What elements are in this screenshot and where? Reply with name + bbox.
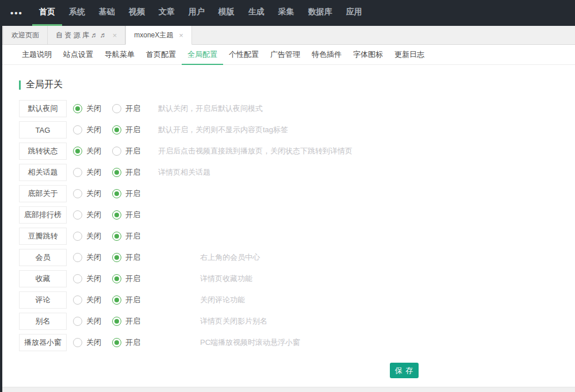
radio-option-off[interactable]: 关闭 [73,252,106,263]
radio-on-icon[interactable] [112,232,121,241]
radio-option-off[interactable]: 关闭 [73,274,106,284]
theme-tab[interactable]: 个性配置 [223,45,264,64]
radio-option-on[interactable]: 开启 [112,146,145,156]
radio-on-icon[interactable] [112,189,121,198]
top-nav-item[interactable]: 应用 [339,0,369,26]
radio-option-on[interactable]: 开启 [112,274,145,284]
switch-row: 相关话题关闭开启详情页相关话题 [19,164,575,181]
radio-option-on[interactable]: 开启 [112,167,145,178]
switch-row: 会员关闭开启右上角的会员中心 [19,249,575,266]
theme-tab[interactable]: 字体图标 [347,45,389,64]
radio-on-icon[interactable] [112,317,121,326]
radio-off-icon[interactable] [73,104,82,113]
window-tab[interactable]: mxoneX主题× [125,26,192,45]
close-icon[interactable]: × [179,32,183,39]
radio-off-icon[interactable] [73,232,82,241]
radio-on-icon[interactable] [112,104,121,113]
radio-option-off[interactable]: 关闭 [73,231,106,241]
window-tab[interactable]: 自 资 源 库 ♬ ♬× [48,26,125,44]
theme-tab[interactable]: 更新日志 [389,45,430,64]
theme-tab[interactable]: 广告管理 [264,45,306,64]
radio-option-on[interactable]: 开启 [112,189,145,199]
radio-on-icon[interactable] [112,168,121,177]
radio-on-icon[interactable] [112,253,121,262]
top-nav-item[interactable]: 系统 [62,0,92,26]
radio-off-icon[interactable] [73,295,82,305]
radio-option-on[interactable]: 开启 [112,252,145,263]
top-nav-item[interactable]: 首页 [32,0,62,26]
switch-description: 关闭评论功能 [200,295,245,305]
theme-tab[interactable]: 全局配置 [182,45,223,64]
radio-off-icon[interactable] [73,147,82,156]
window-tab[interactable]: 欢迎页面 [3,26,48,44]
switch-label: 会员 [19,249,67,266]
radio-on-icon[interactable] [112,295,121,305]
radio-on-icon[interactable] [112,210,121,220]
switch-row: 底部关于关闭开启 [19,185,575,202]
radio-on-label: 开启 [125,252,140,263]
close-icon[interactable]: × [113,32,117,39]
top-nav-item[interactable]: 数据库 [301,0,339,26]
radio-on-icon[interactable] [112,338,121,347]
radio-off-icon[interactable] [73,338,82,347]
radio-option-off[interactable]: 关闭 [73,189,106,199]
theme-tab[interactable]: 导航菜单 [99,45,140,64]
radio-option-off[interactable]: 关闭 [73,125,106,135]
top-nav-item[interactable]: 采集 [271,0,301,26]
switch-row: 默认夜间关闭开启默认关闭，开启后默认夜间模式 [19,100,575,117]
theme-tab[interactable]: 主题说明 [16,45,57,64]
radio-off-label: 关闭 [86,316,101,326]
radio-option-off[interactable]: 关闭 [73,167,106,178]
radio-off-icon[interactable] [73,253,82,262]
top-nav-item[interactable]: 用户 [182,0,212,26]
radio-off-icon[interactable] [73,168,82,177]
radio-option-off[interactable]: 关闭 [73,103,106,114]
radio-option-on[interactable]: 开启 [112,231,145,241]
radio-off-icon[interactable] [73,210,82,220]
radio-option-on[interactable]: 开启 [112,210,145,220]
radio-on-label: 开启 [125,210,140,220]
radio-option-off[interactable]: 关闭 [73,146,106,156]
top-nav-items: 首页系统基础视频文章用户模版生成采集数据库应用 [32,0,369,26]
radio-on-label: 开启 [125,231,140,241]
radio-off-icon[interactable] [73,274,82,283]
section-title: 全局开关 [19,79,575,91]
top-nav-item[interactable]: 模版 [212,0,241,26]
radio-on-label: 开启 [125,274,140,284]
radio-off-label: 关闭 [86,295,101,305]
theme-tab[interactable]: 首页配置 [140,45,182,64]
top-nav-item[interactable]: 基础 [92,0,122,26]
theme-tab[interactable]: 站点设置 [57,45,99,64]
radio-off-label: 关闭 [86,189,101,199]
switch-description: 右上角的会员中心 [200,252,260,263]
radio-off-icon[interactable] [73,317,82,326]
radio-option-on[interactable]: 开启 [112,103,145,114]
radio-option-on[interactable]: 开启 [112,316,145,326]
radio-off-label: 关闭 [86,252,101,263]
top-nav-item[interactable]: 视频 [122,0,152,26]
radio-option-on[interactable]: 开启 [112,295,145,305]
radio-on-icon[interactable] [112,274,121,283]
radio-option-on[interactable]: 开启 [112,125,145,135]
switch-description: 默认关闭，开启后默认夜间模式 [158,103,263,114]
radio-option-off[interactable]: 关闭 [73,337,106,348]
radio-on-icon[interactable] [112,147,121,156]
radio-option-off[interactable]: 关闭 [73,316,106,326]
top-nav-item[interactable]: 文章 [152,0,182,26]
radio-on-icon[interactable] [112,125,121,134]
theme-tab[interactable]: 特色插件 [306,45,347,64]
theme-tab-bar: 主题说明站点设置导航菜单首页配置全局配置个性配置广告管理特色插件字体图标更新日志 [0,45,575,65]
radio-off-icon[interactable] [73,125,82,134]
switch-label: 跳转状态 [19,143,67,160]
radio-off-icon[interactable] [73,189,82,198]
top-nav-item[interactable]: 生成 [241,0,271,26]
radio-option-off[interactable]: 关闭 [73,210,106,220]
radio-option-off[interactable]: 关闭 [73,295,106,305]
switch-row: 别名关闭开启详情页关闭影片别名 [19,313,575,330]
radio-option-on[interactable]: 开启 [112,337,145,348]
switch-row: 底部排行榜关闭开启 [19,206,575,224]
more-menu-button[interactable]: ••• [10,0,23,26]
save-button[interactable]: 保 存 [390,363,419,378]
left-edge-strip [0,26,2,392]
radio-on-label: 开启 [125,125,140,135]
